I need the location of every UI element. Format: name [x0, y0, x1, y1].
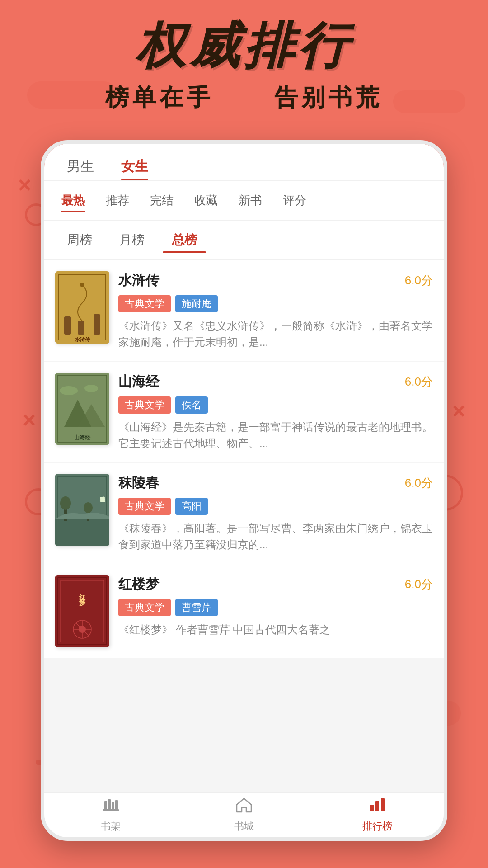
book-author-tag-4: 曹雪芹 [175, 599, 218, 616]
book-score-3: 6.0分 [405, 475, 433, 491]
book-cover-2: 山海经 [55, 373, 109, 445]
tab-completed[interactable]: 完结 [142, 189, 182, 212]
svg-rect-34 [103, 809, 119, 811]
svg-point-13 [60, 386, 78, 395]
tab-collected[interactable]: 收藏 [186, 189, 226, 212]
svg-rect-39 [370, 805, 374, 811]
book-title-4: 红楼梦 [118, 575, 159, 594]
subtitle-left: 榜单在手 [105, 84, 214, 110]
phone-frame: 排行榜 男生 女生 最热 推荐 完结 收藏 新书 评分 [41, 140, 447, 841]
book-genre-tag-2: 古典文学 [118, 396, 171, 414]
nav-label-bookshelf: 书架 [101, 820, 121, 833]
book-desc-4: 《红楼梦》 作者曹雪芹 中国古代四大名著之 [118, 622, 433, 638]
svg-rect-37 [112, 802, 114, 809]
decor-x-3: × [452, 398, 465, 424]
book-list-container: 水浒传 水浒传 6.0分 古典文学 施耐庵 [44, 260, 444, 792]
tab-new[interactable]: 新书 [230, 189, 270, 212]
gender-tabs: 男生 女生 [44, 144, 444, 181]
svg-rect-18 [55, 519, 109, 546]
svg-point-22 [84, 502, 93, 513]
decor-x-2: × [23, 407, 36, 433]
book-genre-tag-3: 古典文学 [118, 498, 171, 515]
subtitle-right: 告别书荒 [274, 84, 383, 110]
book-item-4[interactable]: 红楼梦 红楼梦 [44, 564, 444, 659]
tab-score[interactable]: 评分 [275, 189, 314, 212]
svg-point-14 [84, 385, 98, 392]
book-tags-3: 古典文学 高阳 [118, 498, 433, 515]
svg-point-20 [60, 496, 71, 510]
nav-item-bookstore[interactable]: 书城 [178, 797, 311, 833]
tab-total[interactable]: 总榜 [163, 228, 206, 252]
nav-item-bookshelf[interactable]: 书架 [44, 797, 178, 833]
book-cover-1: 水浒传 [55, 271, 109, 344]
svg-rect-38 [115, 800, 118, 809]
home-icon [235, 797, 253, 817]
svg-point-4 [80, 283, 84, 287]
book-desc-1: 《水浒传》又名《忠义水浒传》，一般简称《水浒》，由著名文学家施耐庵，作于元末明初… [118, 318, 433, 350]
svg-rect-41 [381, 798, 385, 811]
book-desc-3: 《秣陵春》，高阳著。是一部写尽曹、李两家由朱门绣户，锦衣玉食到家道中落乃至籍没归… [118, 520, 433, 553]
category-tabs: 最热 推荐 完结 收藏 新书 评分 [44, 181, 444, 221]
nav-label-bookstore: 书城 [234, 820, 254, 833]
svg-rect-7 [94, 314, 100, 335]
book-tags-4: 古典文学 曹雪芹 [118, 599, 433, 616]
book-score-2: 6.0分 [405, 374, 433, 390]
app-content: 排行榜 男生 女生 最热 推荐 完结 收藏 新书 评分 [44, 144, 444, 837]
book-cover-4: 红楼梦 [55, 575, 109, 647]
svg-rect-40 [375, 801, 379, 811]
book-info-2: 山海经 6.0分 古典文学 佚名 《山海经》是先秦古籍，是一部富于神话传说的最古… [118, 373, 433, 452]
book-info-3: 秣陵春 6.0分 古典文学 高阳 《秣陵春》，高阳著。是一部写尽曹、李两家由朱门… [118, 474, 433, 553]
bookshelf-icon [102, 797, 120, 817]
book-score-4: 6.0分 [405, 576, 433, 592]
book-genre-tag-4: 古典文学 [118, 599, 171, 616]
book-title-2: 山海经 [118, 373, 159, 391]
book-author-tag-3: 高阳 [175, 498, 208, 515]
svg-text:水浒传: 水浒传 [75, 337, 90, 342]
book-list: 水浒传 水浒传 6.0分 古典文学 施耐庵 [44, 260, 444, 659]
book-item-2[interactable]: 山海经 山海经 6.0分 古典文学 佚名 [44, 362, 444, 463]
book-tags-1: 古典文学 施耐庵 [118, 295, 433, 312]
svg-rect-36 [108, 799, 111, 809]
header-subtitle: 榜单在手 告别书荒 [0, 82, 488, 113]
svg-rect-6 [78, 321, 84, 335]
tab-female[interactable]: 女生 [112, 153, 157, 180]
period-tabs: 周榜 月榜 总榜 [44, 221, 444, 260]
tab-hottest[interactable]: 最热 [53, 189, 93, 212]
book-tags-2: 古典文学 佚名 [118, 396, 433, 414]
chart-icon [368, 797, 386, 817]
book-title-row-2: 山海经 6.0分 [118, 373, 433, 391]
decor-x-1: × [18, 172, 31, 198]
tab-recommend[interactable]: 推荐 [98, 189, 137, 212]
book-author-tag-2: 佚名 [175, 396, 208, 414]
bottom-nav: 书架 书城 排行榜 [44, 792, 444, 837]
book-item-1[interactable]: 水浒传 水浒传 6.0分 古典文学 施耐庵 [44, 260, 444, 362]
book-title-1: 水浒传 [118, 271, 159, 290]
header-area: 权威排行 榜单在手 告别书荒 [0, 18, 488, 113]
book-info-1: 水浒传 6.0分 古典文学 施耐庵 《水浒传》又名《忠义水浒传》，一般简称《水浒… [118, 271, 433, 350]
svg-text:山海经: 山海经 [74, 434, 91, 441]
tab-weekly[interactable]: 周榜 [58, 228, 101, 252]
book-author-tag-1: 施耐庵 [175, 295, 218, 312]
nav-label-ranking: 排行榜 [362, 820, 392, 833]
book-cover-3: 秣陵春 [55, 474, 109, 546]
book-item-3[interactable]: 秣陵春 秣陵春 6.0分 古典文学 高阳 [44, 463, 444, 564]
book-info-4: 红楼梦 6.0分 古典文学 曹雪芹 《红楼梦》 作者曹雪芹 中国古代四大名著之 [118, 575, 433, 638]
nav-item-ranking[interactable]: 排行榜 [310, 797, 444, 833]
book-title-row-3: 秣陵春 6.0分 [118, 474, 433, 492]
book-title-row-4: 红楼梦 6.0分 [118, 575, 433, 594]
tab-monthly[interactable]: 月榜 [110, 228, 154, 252]
book-title-row-1: 水浒传 6.0分 [118, 271, 433, 290]
svg-rect-5 [64, 316, 71, 335]
header-title: 权威排行 [0, 18, 488, 73]
svg-rect-35 [104, 801, 107, 809]
book-title-3: 秣陵春 [118, 474, 159, 492]
tab-male[interactable]: 男生 [58, 153, 103, 180]
app-inner: 男生 女生 最热 推荐 完结 收藏 新书 评分 周榜 月榜 总榜 [44, 144, 444, 792]
book-desc-2: 《山海经》是先秦古籍，是一部富于神话传说的最古老的地理书。它主要记述古代地理、物… [118, 419, 433, 452]
book-genre-tag-1: 古典文学 [118, 295, 171, 312]
book-score-1: 6.0分 [405, 273, 433, 288]
